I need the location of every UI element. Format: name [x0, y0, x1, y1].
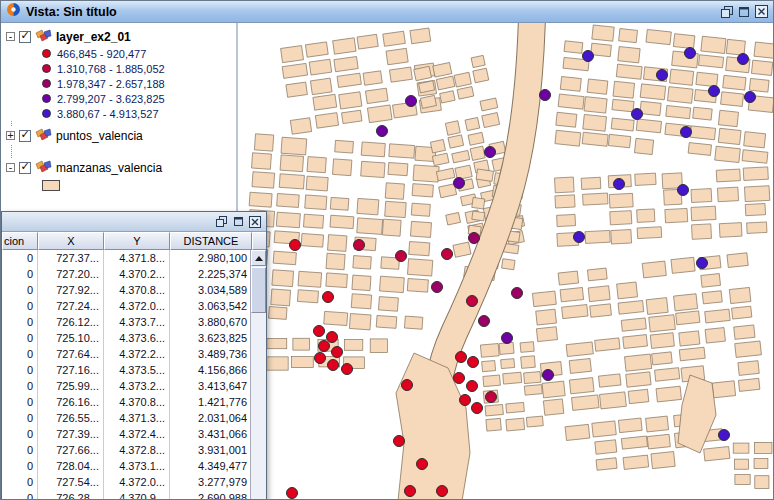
map-point	[543, 370, 554, 381]
table-row[interactable]: 0726.16...4.370.8...1.421,776	[2, 394, 250, 410]
table-row[interactable]: 0727.20...4.370.2...2.225,374	[2, 266, 250, 282]
table-row[interactable]: 0726.12...4.373.7...3.880,670	[2, 314, 250, 330]
maximize-button[interactable]	[737, 5, 751, 19]
layer-visibility-checkbox[interactable]: ✓	[19, 130, 31, 142]
table-cell: 4.372.4...	[104, 426, 170, 442]
map-point	[574, 232, 585, 243]
collapse-icon[interactable]: -	[6, 32, 15, 41]
map-point	[479, 316, 490, 327]
table-cell: 0	[2, 458, 38, 474]
table-close-button[interactable]	[248, 215, 262, 229]
table-row[interactable]: 0726.28...4.370.9...2.690,988	[2, 490, 250, 500]
legend-item[interactable]: 2.799,207 - 3.623,825	[1, 91, 236, 106]
legend-range-label: 1.310,768 - 1.885,052	[57, 63, 165, 75]
table-row[interactable]: 0727.39...4.372.4...3.431,066	[2, 426, 250, 442]
table-row[interactable]: 0727.16...4.373.5...4.156,866	[2, 362, 250, 378]
layer-name[interactable]: manzanas_valencia	[56, 161, 162, 175]
check-icon: ✓	[20, 129, 29, 140]
collapse-icon[interactable]: -	[6, 163, 15, 172]
table-cell: 0	[2, 250, 38, 266]
column-header-Y[interactable]: Y	[104, 232, 170, 250]
legend-item[interactable]: 1.978,347 - 2.657,188	[1, 76, 236, 91]
legend-item[interactable]: 3.880,67 - 4.913,527	[1, 106, 236, 121]
table-cell: 0	[2, 362, 38, 378]
layer-row-manzanas_valencia[interactable]: -✓manzanas_valencia	[1, 158, 236, 177]
table-cell: 3.623,825	[170, 330, 250, 346]
layer-visibility-checkbox[interactable]: ✓	[19, 162, 31, 174]
table-cell: 4.373.5...	[104, 362, 170, 378]
map-point	[432, 282, 443, 293]
close-button[interactable]	[754, 5, 768, 19]
table-row[interactable]: 0727.54...4.372.0...3.277,979	[2, 474, 250, 490]
scroll-up-button[interactable]	[251, 250, 266, 266]
table-cell: 3.034,589	[170, 282, 250, 298]
layer-icon	[35, 127, 52, 145]
table-row[interactable]: 0727.64...4.372.2...3.489,736	[2, 346, 250, 362]
map-point	[417, 459, 428, 470]
layer-name[interactable]: puntos_valencia	[56, 129, 143, 143]
table-row[interactable]: 0728.04...4.373.1...4.349,477	[2, 458, 250, 474]
map-point	[745, 92, 756, 103]
table-header: cionXYDISTANCE	[2, 232, 266, 250]
layer-name[interactable]: layer_ex2_01	[56, 30, 131, 44]
column-header-DISTANCE[interactable]: DISTANCE	[170, 232, 252, 250]
legend-symbol-icon	[42, 49, 51, 58]
table-row[interactable]: 0725.10...4.373.6...3.623,825	[2, 330, 250, 346]
table-cell: 0	[2, 442, 38, 458]
legend-item[interactable]	[1, 177, 236, 193]
table-cell: 2.225,374	[170, 266, 250, 282]
table-cell: 4.372.0...	[104, 298, 170, 314]
map-point	[354, 240, 365, 251]
legend-item[interactable]: 1.310,768 - 1.885,052	[1, 61, 236, 76]
column-header-X[interactable]: X	[38, 232, 104, 250]
table-row[interactable]: 0727.92...4.370.8...3.034,589	[2, 282, 250, 298]
table-cell: 2.690,988	[170, 490, 250, 500]
table-cell: 4.373.6...	[104, 330, 170, 346]
table-row[interactable]: 0727.24...4.372.0...3.063,542	[2, 298, 250, 314]
table-titlebar[interactable]	[2, 212, 266, 232]
scrollbar-thumb[interactable]	[251, 267, 266, 313]
legend-symbol-icon	[42, 64, 51, 73]
column-header-cion[interactable]: cion	[2, 232, 38, 250]
table-cell: 727.54...	[38, 474, 104, 490]
legend-symbol-icon	[42, 109, 51, 118]
map-point	[467, 296, 478, 307]
table-row[interactable]: 0725.99...4.373.2...3.413,647	[2, 378, 250, 394]
table-cell: 4.349,477	[170, 458, 250, 474]
window-controls	[720, 5, 768, 19]
map-point	[454, 373, 465, 384]
legend-range-label: 2.799,207 - 3.623,825	[57, 93, 165, 105]
map-point	[583, 51, 594, 62]
table-row[interactable]: 0726.55...4.371.3...2.031,064	[2, 410, 250, 426]
map-view[interactable]	[238, 23, 773, 500]
table-row[interactable]: 0727.66...4.372.8...3.931,001	[2, 442, 250, 458]
table-cell: 0	[2, 474, 38, 490]
layer-row-layer_ex2_01[interactable]: -✓layer_ex2_01	[1, 27, 236, 46]
layer-row-puntos_valencia[interactable]: +✓puntos_valencia	[1, 126, 236, 145]
table-cell: 727.37...	[38, 250, 104, 266]
layer-visibility-checkbox[interactable]: ✓	[19, 31, 31, 43]
polygon-symbol-swatch	[42, 180, 60, 191]
table-cell: 2.980,100	[170, 250, 250, 266]
table-scrollbar[interactable]	[250, 250, 266, 500]
view-window: Vista: Sin título -✓layer_ex2_01466,845 …	[0, 0, 774, 500]
map-point	[314, 326, 325, 337]
table-maximize-button[interactable]	[231, 215, 245, 229]
map-point	[681, 127, 692, 138]
table-cell: 4.373.1...	[104, 458, 170, 474]
view-window-titlebar[interactable]: Vista: Sin título	[1, 1, 773, 23]
restore-button[interactable]	[720, 5, 734, 19]
table-cell: 4.373.2...	[104, 378, 170, 394]
table-cell: 725.99...	[38, 378, 104, 394]
legend-item[interactable]: 466,845 - 920,477	[1, 46, 236, 61]
table-rows: 0727.37...4.371.8...2.980,1000727.20...4…	[2, 250, 250, 500]
table-cell: 0	[2, 330, 38, 346]
map-point	[377, 126, 388, 137]
expand-icon[interactable]: +	[6, 131, 15, 140]
table-row[interactable]: 0727.37...4.371.8...2.980,100	[2, 250, 250, 266]
table-restore-button[interactable]	[214, 215, 228, 229]
map-point	[657, 70, 668, 81]
map-canvas[interactable]	[238, 23, 773, 500]
map-point	[512, 288, 523, 299]
table-cell: 727.66...	[38, 442, 104, 458]
